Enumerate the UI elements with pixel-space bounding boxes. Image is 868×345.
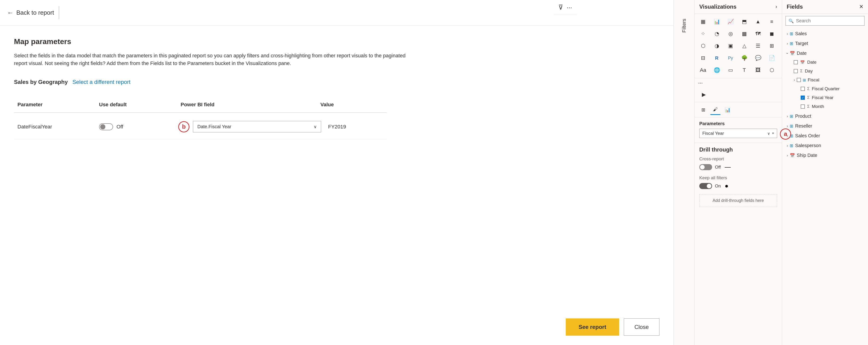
field-item-date[interactable]: 📅 Date [791, 58, 866, 67]
chevron-right-icon: › [787, 114, 788, 118]
viz-scatter-icon[interactable]: ⁘ [698, 28, 709, 39]
viz-line-chart-icon[interactable]: 📈 [725, 16, 736, 27]
param-field-chevron[interactable]: ∨ [767, 131, 770, 136]
viz-matrix-icon[interactable]: ⊟ [698, 53, 709, 64]
viz-qa-icon[interactable]: 💬 [752, 53, 764, 64]
close-button[interactable]: Close [624, 318, 659, 336]
chevron-right-icon: › [787, 124, 788, 128]
table-icon: ⊞ [790, 123, 793, 129]
viz-column-chart-icon[interactable]: 📊 [711, 16, 722, 27]
field-item-fiscal[interactable]: › ⊞ Fiscal [791, 76, 866, 84]
field-group-date-header[interactable]: › 📅 Date [784, 49, 866, 58]
cross-report-toggle-row: Off — [699, 164, 777, 171]
field-item-label: Fiscal Quarter [812, 86, 840, 91]
filters-sidebar: Filters [674, 0, 694, 345]
field-group-name: Date [797, 51, 806, 56]
use-default-toggle[interactable] [99, 123, 113, 130]
keep-filters-knob [707, 184, 711, 189]
viz-decomp-icon[interactable]: 🌳 [739, 53, 750, 64]
viz-py-icon[interactable]: Py [725, 53, 736, 64]
field-group-salesperson-header[interactable]: › ⊞ Salesperson [784, 141, 866, 150]
field-group-product-header[interactable]: › ⊞ Product [784, 112, 866, 121]
viz-slicer-icon[interactable]: ☰ [752, 40, 764, 52]
field-item-label: Fiscal Year [812, 95, 834, 100]
viz-textbox-icon[interactable]: T [739, 64, 750, 76]
ellipsis-icon[interactable]: ··· [567, 4, 572, 11]
field-group-ship-date-header[interactable]: › 📅 Ship Date [784, 151, 866, 160]
fiscal-quarter-checkbox[interactable] [801, 87, 805, 91]
month-checkbox[interactable] [801, 105, 805, 109]
viz-paginated-icon[interactable]: 📄 [766, 53, 777, 64]
day-checkbox[interactable] [794, 69, 798, 73]
fiscal-year-checkbox[interactable] [801, 95, 805, 100]
drill-through-section: Drill through Cross-report Off — Keep al… [694, 143, 782, 210]
viz-stacked-icon[interactable]: ≡ [766, 16, 777, 27]
fiscal-checkbox[interactable] [797, 78, 801, 82]
viz-combo-chart-icon[interactable]: ⬒ [739, 16, 750, 27]
field-item-fiscal-quarter[interactable]: Σ Fiscal Quarter [798, 84, 866, 93]
viz-kpi-icon[interactable]: △ [739, 40, 750, 52]
parameters-field[interactable]: Fiscal Year ∨ × [699, 129, 777, 138]
viz-card-icon[interactable]: ▣ [725, 40, 736, 52]
select-report-link[interactable]: Select a different report [72, 79, 130, 85]
viz-pie-icon[interactable]: ◔ [711, 28, 722, 39]
date-checkbox[interactable] [794, 60, 798, 64]
keep-filters-state: On [715, 183, 721, 189]
viz-gauge-icon[interactable]: ◑ [711, 40, 722, 52]
viz-azure-map-icon[interactable]: 🌐 [711, 64, 722, 76]
filter-icon[interactable]: ⊽ [558, 3, 563, 11]
viz-image-icon[interactable]: 🖼 [752, 64, 764, 76]
field-group-reseller-header[interactable]: › ⊞ Reseller [784, 121, 866, 131]
field-item-day[interactable]: Σ Day [791, 67, 866, 76]
cross-report-knob [700, 165, 705, 170]
field-type-icon: ⊞ [803, 78, 806, 82]
viz-area-chart-icon[interactable]: ▲ [752, 16, 764, 27]
viz-bar-chart-icon[interactable]: ▦ [698, 16, 709, 27]
field-dropdown[interactable]: Date.Fiscal Year ∨ [193, 121, 321, 133]
calendar-icon: 📅 [790, 51, 795, 56]
viz-shape-icon[interactable]: ▭ [725, 64, 736, 76]
field-group-date: › 📅 Date 📅 Date Σ Day › [784, 49, 866, 111]
fields-close-icon[interactable]: ✕ [859, 4, 863, 10]
search-icon: 🔍 [788, 19, 794, 24]
keep-filters-toggle[interactable] [699, 183, 712, 189]
fields-search-box[interactable]: 🔍 [785, 16, 865, 26]
back-to-report-link[interactable]: ← Back to report [7, 9, 54, 17]
chevron-right-icon[interactable]: › [775, 4, 777, 10]
cross-report-toggle[interactable] [699, 164, 712, 170]
field-group-sales-header[interactable]: › ⊞ Sales [784, 29, 866, 38]
param-field-close[interactable]: × [772, 131, 774, 136]
table-header: Parameter Use default Power BI field Val… [14, 97, 387, 113]
see-report-button[interactable]: See report [566, 318, 619, 336]
viz-tab-format[interactable]: 🖌 [710, 105, 720, 115]
viz-donut-icon[interactable]: ◎ [725, 28, 736, 39]
viz-tab-fields[interactable]: ⊞ [698, 105, 708, 115]
use-default-cell: Off [96, 121, 177, 133]
viz-funnel-icon[interactable]: ⬡ [698, 40, 709, 52]
viz-table-icon[interactable]: ⊞ [766, 40, 777, 52]
viz-filled-map-icon[interactable]: ◼ [766, 28, 777, 39]
date-sub-items: 📅 Date Σ Day › ⊞ Fiscal [784, 58, 866, 111]
viz-tab-analytics[interactable]: 📊 [722, 105, 733, 115]
col-power-bi-field: Power BI field [177, 99, 317, 110]
viz-treemap-icon[interactable]: ▩ [739, 28, 750, 39]
field-item-month[interactable]: Σ Month [798, 102, 866, 111]
keep-filters-toggle-row: On ● [699, 182, 777, 190]
viz-map-icon[interactable]: 🗺 [752, 28, 764, 39]
field-group-target-header[interactable]: › ⊞ Target [784, 39, 866, 48]
param-name-cell: DateFiscalYear [14, 121, 96, 132]
annotation-b: b [178, 121, 189, 133]
viz-smart-narrative-icon[interactable]: Aa [698, 64, 709, 76]
report-name-row: Sales by Geography Select a different re… [14, 79, 659, 85]
search-input[interactable] [796, 18, 862, 24]
calendar-icon: 📅 [790, 153, 795, 158]
chevron-right-icon: › [787, 32, 788, 36]
field-item-label: Fiscal [808, 77, 819, 83]
field-group-sales-order-header[interactable]: › ⊞ Sales Order [784, 131, 866, 140]
viz-more-options[interactable]: ··· [694, 78, 782, 87]
video-icon[interactable]: ▶ [698, 89, 709, 100]
field-item-fiscal-year[interactable]: Σ Fiscal Year [798, 93, 866, 102]
field-group-name: Reseller [795, 123, 812, 129]
viz-r-icon[interactable]: R [711, 53, 722, 64]
viz-button-icon[interactable]: ⬡ [766, 64, 777, 76]
